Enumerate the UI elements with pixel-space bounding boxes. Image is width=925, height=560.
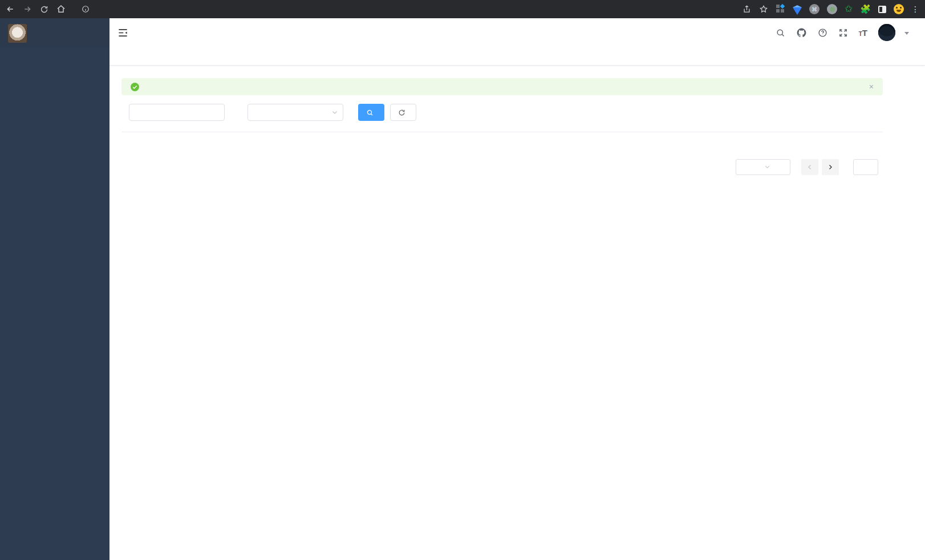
user-type-select[interactable] — [248, 104, 343, 121]
green-star-extension-icon[interactable]: ✩ — [845, 5, 853, 14]
close-icon[interactable]: × — [869, 82, 874, 91]
bookmark-star-icon[interactable] — [759, 5, 768, 14]
browser-menu-icon[interactable]: ⋮ — [911, 6, 919, 12]
profile-emoji-icon[interactable] — [894, 4, 904, 14]
search-button[interactable] — [358, 104, 384, 121]
collapse-sidebar-icon[interactable] — [117, 27, 128, 38]
goto-page-input[interactable] — [853, 159, 878, 175]
search-icon — [366, 109, 374, 116]
chevron-down-icon — [764, 164, 786, 170]
filter-form — [121, 104, 883, 121]
address-bar[interactable] — [82, 5, 735, 13]
extension-grid-icon[interactable] — [776, 5, 785, 14]
logo-rabbit-image — [8, 24, 27, 43]
chevron-down-icon — [904, 32, 909, 35]
user-menu[interactable] — [878, 24, 909, 41]
gem-extension-icon[interactable] — [793, 7, 802, 15]
command-extension-icon[interactable]: ⌘ — [809, 4, 819, 14]
fullscreen-icon[interactable] — [838, 28, 848, 38]
extensions-puzzle-icon[interactable]: 🧩 — [860, 4, 871, 14]
back-icon[interactable] — [6, 5, 15, 14]
next-page-button[interactable] — [822, 159, 839, 175]
avatar — [878, 24, 895, 41]
browser-chrome: ⌘ ✩ 🧩 ⋮ — [0, 0, 925, 18]
chevron-down-icon — [331, 109, 338, 116]
site-info-icon[interactable] — [82, 5, 90, 13]
share-icon[interactable] — [743, 5, 751, 14]
extension-strip: ⌘ ✩ 🧩 ⋮ — [776, 4, 919, 15]
user-id-input[interactable] — [129, 104, 225, 121]
github-icon[interactable] — [796, 27, 807, 38]
search-icon[interactable] — [776, 28, 785, 38]
doc-alert: × — [121, 78, 883, 95]
success-check-icon — [131, 83, 139, 91]
help-icon[interactable] — [818, 28, 827, 38]
page-header: TT — [109, 18, 925, 47]
prev-page-button[interactable] — [801, 159, 818, 175]
side-panel-icon[interactable] — [878, 6, 886, 13]
home-icon[interactable] — [56, 5, 66, 14]
token-table — [121, 132, 883, 132]
reset-button[interactable] — [390, 104, 416, 121]
app-logo — [0, 18, 109, 48]
font-size-icon[interactable]: TT — [859, 28, 867, 38]
pagination — [121, 159, 883, 175]
sidebar-menu-bottom — [0, 48, 109, 560]
refresh-icon — [398, 109, 405, 116]
page-size-select[interactable] — [736, 159, 790, 175]
forward-icon[interactable] — [23, 5, 32, 14]
sidebar — [0, 18, 109, 560]
tabs-bar — [109, 47, 925, 66]
reload-icon[interactable] — [40, 5, 48, 14]
recorder-extension-icon[interactable] — [827, 4, 837, 14]
